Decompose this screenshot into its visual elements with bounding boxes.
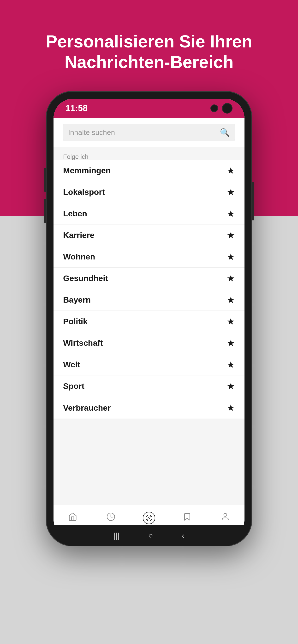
category-item-wirtschaft[interactable]: Wirtschaft ★ bbox=[54, 332, 244, 354]
phone-frame: 11:58 Inhalte suchen 🔍 Folge ich bbox=[46, 91, 252, 546]
clock-icon bbox=[106, 512, 115, 524]
svg-marker-2 bbox=[148, 516, 151, 519]
camera-dot-large bbox=[222, 103, 232, 114]
status-bar: 11:58 bbox=[54, 99, 244, 118]
star-icon-leben[interactable]: ★ bbox=[227, 208, 235, 219]
promo-line1: Personalisieren Sie Ihren bbox=[46, 32, 252, 51]
category-item-gesundheit[interactable]: Gesundheit ★ bbox=[54, 268, 244, 289]
svg-point-1 bbox=[146, 515, 152, 521]
category-name-welt: Welt bbox=[63, 360, 80, 369]
android-back-lines[interactable]: ||| bbox=[114, 531, 120, 540]
camera-notch bbox=[210, 103, 232, 114]
category-item-sport[interactable]: Sport ★ bbox=[54, 376, 244, 397]
star-icon-karriere[interactable]: ★ bbox=[227, 230, 235, 240]
category-item-welt[interactable]: Welt ★ bbox=[54, 354, 244, 376]
star-icon-politik[interactable]: ★ bbox=[227, 316, 235, 327]
star-icon-bayern[interactable]: ★ bbox=[227, 295, 235, 305]
screen-content: Inhalte suchen 🔍 Folge ich Memmingen ★ L… bbox=[54, 118, 244, 538]
volume-down-button[interactable] bbox=[44, 199, 46, 223]
category-item-politik[interactable]: Politik ★ bbox=[54, 311, 244, 332]
status-time: 11:58 bbox=[66, 103, 88, 113]
star-icon-memmingen[interactable]: ★ bbox=[227, 165, 235, 176]
promo-line2: Nachrichten-Bereich bbox=[65, 52, 233, 72]
android-back-arrow[interactable]: ‹ bbox=[182, 531, 185, 540]
category-list: Memmingen ★ Lokalsport ★ Leben ★ Karrier… bbox=[54, 160, 244, 418]
category-item-leben[interactable]: Leben ★ bbox=[54, 203, 244, 224]
android-home-circle[interactable]: ○ bbox=[148, 531, 153, 540]
star-icon-verbraucher[interactable]: ★ bbox=[227, 402, 235, 413]
android-nav-bar: ||| ○ ‹ bbox=[54, 525, 244, 546]
svg-point-3 bbox=[224, 514, 227, 516]
category-item-wohnen[interactable]: Wohnen ★ bbox=[54, 246, 244, 268]
category-name-sport: Sport bbox=[63, 382, 84, 391]
star-icon-wohnen[interactable]: ★ bbox=[227, 252, 235, 262]
category-name-verbraucher: Verbraucher bbox=[63, 403, 111, 412]
category-name-bayern: Bayern bbox=[63, 295, 91, 304]
search-bar: Inhalte suchen 🔍 bbox=[54, 118, 244, 147]
star-icon-wirtschaft[interactable]: ★ bbox=[227, 338, 235, 348]
category-item-memmingen[interactable]: Memmingen ★ bbox=[54, 160, 244, 181]
category-item-bayern[interactable]: Bayern ★ bbox=[54, 289, 244, 311]
camera-dot-small bbox=[210, 104, 218, 112]
star-icon-sport[interactable]: ★ bbox=[227, 381, 235, 392]
category-name-memmingen: Memmingen bbox=[63, 166, 111, 175]
category-item-verbraucher[interactable]: Verbraucher ★ bbox=[54, 397, 244, 418]
volume-up-button[interactable] bbox=[44, 168, 46, 192]
category-name-karriere: Karriere bbox=[63, 230, 94, 240]
bookmark-icon bbox=[183, 512, 192, 524]
star-icon-gesundheit[interactable]: ★ bbox=[227, 273, 235, 284]
search-input-wrapper[interactable]: Inhalte suchen 🔍 bbox=[63, 124, 235, 141]
category-name-lokalsport: Lokalsport bbox=[63, 187, 105, 197]
category-name-leben: Leben bbox=[63, 209, 87, 218]
category-name-wirtschaft: Wirtschaft bbox=[63, 338, 103, 348]
promo-text: Personalisieren Sie Ihren Nachrichten-Be… bbox=[0, 31, 298, 72]
star-icon-welt[interactable]: ★ bbox=[227, 360, 235, 370]
category-list-area: Memmingen ★ Lokalsport ★ Leben ★ Karrier… bbox=[54, 160, 244, 505]
category-item-karriere[interactable]: Karriere ★ bbox=[54, 224, 244, 246]
home-icon bbox=[68, 512, 77, 524]
category-name-politik: Politik bbox=[63, 317, 88, 326]
compass-icon-circle bbox=[143, 512, 155, 524]
search-icon: 🔍 bbox=[220, 128, 230, 137]
search-placeholder: Inhalte suchen bbox=[68, 128, 220, 136]
category-name-gesundheit: Gesundheit bbox=[63, 274, 108, 283]
star-icon-lokalsport[interactable]: ★ bbox=[227, 187, 235, 198]
phone-screen: 11:58 Inhalte suchen 🔍 Folge ich bbox=[54, 99, 244, 538]
category-name-wohnen: Wohnen bbox=[63, 252, 95, 262]
person-icon bbox=[221, 512, 230, 524]
power-button[interactable] bbox=[252, 182, 254, 220]
category-item-lokalsport[interactable]: Lokalsport ★ bbox=[54, 181, 244, 203]
